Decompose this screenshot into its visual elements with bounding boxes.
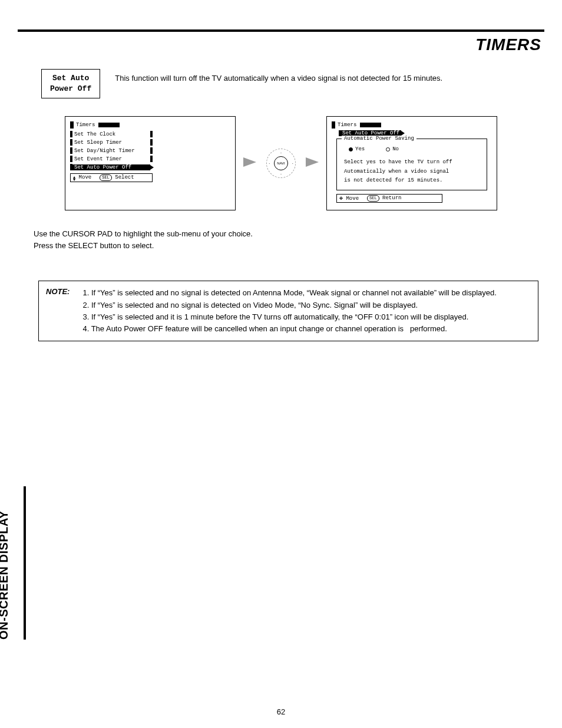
feature-label-box: Set Auto Power Off	[41, 69, 100, 98]
radio-yes[interactable]: Yes	[349, 146, 365, 152]
feature-label-line2: Power Off	[50, 84, 91, 93]
osd1-item-0[interactable]: Set The Clock	[72, 131, 150, 137]
radio-no[interactable]: No	[386, 146, 399, 152]
note-item-4: 4. The Auto Power OFF feature will be ca…	[82, 323, 496, 335]
osd2-group: Automatic Power Saving Yes No Select yes…	[336, 139, 487, 190]
side-tab-rule	[24, 486, 26, 640]
osd2-help-2: Automatically when a video signal	[344, 167, 482, 176]
instruction-line-1: Use the CURSOR PAD to highlight the sub-…	[34, 228, 547, 240]
osd2-help-1: Select yes to have the TV turn off	[344, 158, 482, 167]
osd-screen-auto-power-off: Timers Set Auto Power Off Automatic Powe…	[326, 116, 497, 210]
updown-icon: ▲▼	[73, 176, 75, 181]
note-item-3: 3. If “Yes” is selected and it is 1 minu…	[82, 311, 496, 323]
intro-text: This function will turn off the TV autom…	[115, 73, 442, 84]
radio-filled-icon	[349, 147, 353, 151]
osd1-footer: ▲▼ Move SEL Select	[70, 173, 153, 182]
select-key-icon: SEL	[367, 195, 379, 202]
header-rule	[18, 29, 544, 32]
osd2-title-bar	[360, 123, 381, 127]
osd1-title: Timers	[70, 121, 97, 129]
osd2-help-3: is not detected for 15 minutes.	[344, 176, 482, 185]
cursor-pad-center: NAVI	[274, 156, 288, 170]
radio-yes-label: Yes	[355, 146, 365, 152]
select-key-icon: SEL	[100, 174, 112, 181]
osd1-title-bar	[98, 123, 120, 127]
note-box: NOTE: 1. If “Yes” is selected and no sig…	[38, 281, 538, 341]
page-number: 62	[0, 707, 562, 716]
page-title: TIMERS	[15, 35, 541, 54]
osd2-footer: ✥ Move SEL Return	[336, 194, 442, 203]
osd1-item-3[interactable]: Set Event Timer	[72, 156, 150, 162]
osd2-footer-action: Return	[382, 195, 401, 201]
chevron-right-icon	[401, 131, 405, 136]
arrow-right-icon	[243, 157, 256, 167]
cursor-pad-icon: ···· NAVI	[266, 149, 296, 178]
osd2-footer-move: Move	[346, 196, 359, 202]
radio-empty-icon	[386, 147, 390, 151]
osd2-group-label: Automatic Power Saving	[342, 136, 416, 141]
osd1-footer-action: Select	[115, 174, 134, 180]
fourway-icon: ✥	[339, 196, 343, 201]
osd1-footer-move: Move	[79, 174, 92, 180]
osd1-item-2[interactable]: Set Day/Night Timer	[72, 148, 150, 154]
feature-label-line1: Set Auto	[52, 74, 89, 83]
note-label: NOTE:	[46, 287, 70, 335]
note-item-2: 2. If “Yes” is selected and no signal is…	[82, 299, 496, 311]
osd1-item-4[interactable]: Set Auto Power Off	[72, 164, 150, 170]
osd1-item-1[interactable]: Set Sleep Timer	[72, 140, 150, 146]
osd-screen-timers-menu: Timers Set The Clock Set Sleep Timer Set…	[65, 116, 236, 210]
osd2-title: Timers	[332, 121, 359, 129]
radio-no-label: No	[392, 146, 399, 152]
instruction-line-2: Press the SELECT button to select.	[34, 240, 547, 252]
arrow-right-icon	[306, 157, 319, 167]
section-tab: ON-SCREEN DISPLAY	[0, 510, 11, 640]
chevron-right-icon	[150, 165, 154, 170]
note-item-1: 1. If “Yes” is selected and no signal is…	[82, 287, 496, 299]
